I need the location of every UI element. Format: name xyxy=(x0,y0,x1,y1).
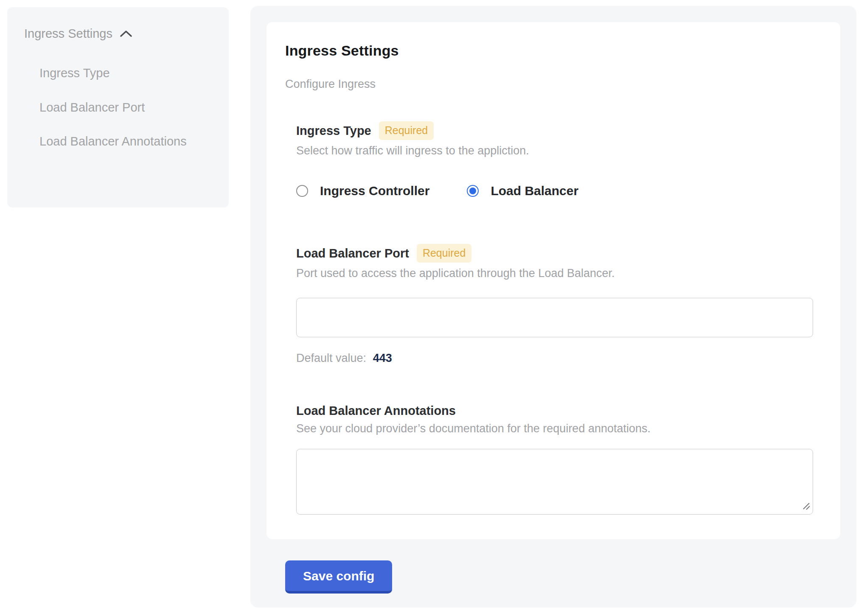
ingress-type-label: Ingress Type xyxy=(296,124,371,138)
page-subtitle: Configure Ingress xyxy=(285,78,814,91)
load-balancer-port-help: Port used to access the application thro… xyxy=(296,267,814,280)
load-balancer-annotations-help: See your cloud provider’s documentation … xyxy=(296,422,814,435)
save-config-button[interactable]: Save config xyxy=(285,560,392,594)
sidebar-group-label: Ingress Settings xyxy=(24,27,112,41)
sidebar-item-load-balancer-port[interactable]: Load Balancer Port xyxy=(39,95,209,120)
ingress-type-help: Select how traffic will ingress to the a… xyxy=(296,144,814,157)
config-main-panel: Ingress Settings Configure Ingress Ingre… xyxy=(250,6,856,608)
chevron-up-icon xyxy=(119,29,133,39)
load-balancer-annotations-textarea[interactable] xyxy=(296,449,813,515)
radio-option-ingress-controller[interactable]: Ingress Controller xyxy=(296,184,429,198)
config-nav-sidebar: Ingress Settings Ingress Type Load Balan… xyxy=(7,7,229,207)
sidebar-item-ingress-type[interactable]: Ingress Type xyxy=(39,61,209,85)
default-value-number: 443 xyxy=(373,352,392,364)
field-group-ingress-type: Ingress Type Required Select how traffic… xyxy=(296,121,814,198)
ingress-settings-card: Ingress Settings Configure Ingress Ingre… xyxy=(266,22,840,539)
page-title: Ingress Settings xyxy=(285,42,814,59)
required-badge: Required xyxy=(379,121,434,140)
radio-checked-icon[interactable] xyxy=(467,185,479,197)
load-balancer-port-label: Load Balancer Port xyxy=(296,246,409,260)
resize-handle-icon[interactable] xyxy=(802,501,811,512)
default-value-label: Default value: xyxy=(296,352,366,364)
field-group-load-balancer-port: Load Balancer Port Required Port used to… xyxy=(296,244,814,365)
annotations-textarea-wrap xyxy=(296,449,813,515)
ingress-type-radio-group: Ingress Controller Load Balancer xyxy=(296,184,814,198)
radio-option-load-balancer[interactable]: Load Balancer xyxy=(467,184,578,198)
sidebar-group-ingress-settings[interactable]: Ingress Settings xyxy=(24,27,209,41)
radio-unchecked-icon[interactable] xyxy=(296,185,308,197)
load-balancer-annotations-label: Load Balancer Annotations xyxy=(296,404,456,418)
load-balancer-port-input[interactable] xyxy=(296,298,813,337)
sidebar-item-list: Ingress Type Load Balancer Port Load Bal… xyxy=(24,61,209,154)
required-badge: Required xyxy=(417,244,471,263)
radio-label-ingress-controller: Ingress Controller xyxy=(320,184,429,198)
default-value-line: Default value: 443 xyxy=(296,352,814,365)
field-group-load-balancer-annotations: Load Balancer Annotations See your cloud… xyxy=(296,404,814,515)
radio-label-load-balancer: Load Balancer xyxy=(491,184,578,198)
sidebar-item-load-balancer-annotations[interactable]: Load Balancer Annotations xyxy=(39,129,209,154)
